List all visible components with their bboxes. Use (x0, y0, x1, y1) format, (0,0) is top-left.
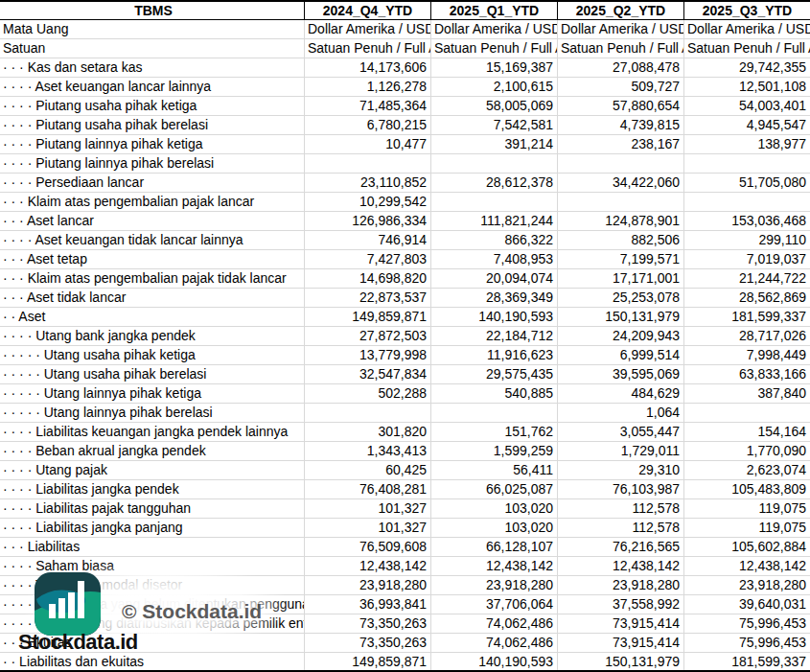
row-label-cell[interactable]: · · · · Liabilitas pajak tangguhan (0, 499, 305, 519)
value-cell[interactable]: 111,821,244 (431, 212, 558, 231)
value-cell[interactable]: 7,427,803 (305, 250, 431, 269)
value-cell[interactable]: 23,918,280 (684, 576, 810, 595)
value-cell[interactable] (305, 154, 431, 174)
value-cell[interactable]: 66,128,107 (431, 538, 558, 557)
value-cell[interactable] (305, 404, 431, 423)
value-cell[interactable]: 56,411 (431, 461, 558, 480)
value-cell[interactable]: 119,075 (684, 499, 810, 519)
value-cell[interactable]: 746,914 (305, 231, 431, 250)
value-cell[interactable]: 28,369,349 (431, 289, 558, 308)
value-cell[interactable] (684, 404, 810, 423)
value-cell[interactable]: 7,019,037 (684, 250, 810, 269)
value-cell[interactable]: 12,501,108 (684, 78, 810, 97)
value-cell[interactable]: 502,288 (305, 384, 431, 404)
value-cell[interactable]: 1,343,413 (305, 442, 431, 461)
value-cell[interactable]: 13,779,998 (305, 346, 431, 365)
value-cell[interactable]: 2,100,615 (431, 78, 558, 97)
row-label-cell[interactable]: · · · · Beban akrual jangka pendek (0, 442, 305, 461)
row-label-cell[interactable]: · · · · Utang pajak (0, 461, 305, 480)
value-cell[interactable]: 14,698,820 (305, 269, 431, 289)
value-cell[interactable]: 58,005,069 (431, 97, 558, 116)
value-cell[interactable]: Satuan Penuh / Full A (305, 39, 431, 58)
value-cell[interactable]: 866,322 (431, 231, 558, 250)
value-cell[interactable]: 37,558,992 (558, 595, 684, 614)
value-cell[interactable]: 76,509,608 (305, 538, 431, 557)
value-cell[interactable]: 73,350,263 (305, 614, 431, 634)
value-cell[interactable]: Satuan Penuh / Full A (431, 39, 558, 58)
value-cell[interactable]: 57,880,654 (558, 97, 684, 116)
value-cell[interactable]: 63,833,166 (684, 365, 810, 384)
value-cell[interactable]: 39,640,031 (684, 595, 810, 614)
value-cell[interactable]: 126,986,334 (305, 212, 431, 231)
value-cell[interactable]: 71,485,364 (305, 97, 431, 116)
value-cell[interactable]: 10,299,542 (305, 193, 431, 212)
value-cell[interactable]: 112,578 (558, 519, 684, 538)
value-cell[interactable] (431, 193, 558, 212)
row-label-cell[interactable]: · · · · Aset keuangan lancar lainnya (0, 78, 305, 97)
value-cell[interactable]: 509,727 (558, 78, 684, 97)
value-cell[interactable]: 34,422,060 (558, 174, 684, 193)
value-cell[interactable]: Satuan Penuh / Full A (684, 39, 810, 58)
value-cell[interactable] (431, 404, 558, 423)
row-label-cell[interactable]: · · · · Piutang usaha pihak ketiga (0, 97, 305, 116)
row-label-cell[interactable]: · · · Klaim atas pengembalian pajak lanc… (0, 193, 305, 212)
value-cell[interactable]: 6,780,215 (305, 116, 431, 135)
value-cell[interactable]: 1,729,011 (558, 442, 684, 461)
value-cell[interactable] (684, 154, 810, 174)
value-cell[interactable]: 154,164 (684, 423, 810, 442)
row-label-cell[interactable]: · · · · Piutang usaha pihak berelasi (0, 116, 305, 135)
value-cell[interactable]: 149,859,871 (305, 653, 431, 672)
value-cell[interactable] (431, 154, 558, 174)
row-label-cell[interactable]: Satuan (0, 39, 305, 58)
value-cell[interactable]: 4,945,547 (684, 116, 810, 135)
value-cell[interactable]: 54,003,401 (684, 97, 810, 116)
value-cell[interactable]: 12,438,142 (558, 557, 684, 576)
value-cell[interactable]: 1,126,278 (305, 78, 431, 97)
value-cell[interactable]: 1,599,259 (431, 442, 558, 461)
value-cell[interactable]: 151,762 (431, 423, 558, 442)
value-cell[interactable]: 12,438,142 (684, 557, 810, 576)
value-cell[interactable]: 66,025,087 (431, 480, 558, 499)
value-cell[interactable]: 3,055,447 (558, 423, 684, 442)
column-header-cell[interactable]: 2024_Q4_YTD (305, 0, 431, 20)
row-label-cell[interactable]: · · Aset (0, 308, 305, 327)
value-cell[interactable]: 150,131,979 (558, 653, 684, 672)
value-cell[interactable]: 17,171,001 (558, 269, 684, 289)
value-cell[interactable]: 21,244,722 (684, 269, 810, 289)
value-cell[interactable]: 10,477 (305, 135, 431, 154)
value-cell[interactable]: 14,173,606 (305, 58, 431, 78)
value-cell[interactable]: 2,623,074 (684, 461, 810, 480)
value-cell[interactable]: 28,562,869 (684, 289, 810, 308)
value-cell[interactable]: 32,547,834 (305, 365, 431, 384)
value-cell[interactable] (558, 154, 684, 174)
value-cell[interactable]: 36,993,841 (305, 595, 431, 614)
row-label-cell[interactable]: · · · · Piutang lainnya pihak berelasi (0, 154, 305, 174)
value-cell[interactable]: 181,599,337 (684, 308, 810, 327)
value-cell[interactable]: 181,599,337 (684, 653, 810, 672)
value-cell[interactable]: 105,602,884 (684, 538, 810, 557)
value-cell[interactable]: 74,062,486 (431, 614, 558, 634)
row-label-cell[interactable]: · · · · · Utang lainnya pihak ketiga (0, 384, 305, 404)
row-label-cell[interactable]: · · · Aset tetap (0, 250, 305, 269)
value-cell[interactable]: 76,103,987 (558, 480, 684, 499)
value-cell[interactable]: 12,438,142 (431, 557, 558, 576)
row-label-cell[interactable]: · · · · Liabilitas jangka pendek (0, 480, 305, 499)
value-cell[interactable]: 28,717,026 (684, 327, 810, 346)
row-label-cell[interactable]: · · · · · Utang lainnya pihak berelasi (0, 404, 305, 423)
value-cell[interactable]: Dollar Amerika / USD (558, 20, 684, 39)
value-cell[interactable]: 882,506 (558, 231, 684, 250)
value-cell[interactable] (684, 193, 810, 212)
value-cell[interactable]: 7,542,581 (431, 116, 558, 135)
value-cell[interactable]: 150,131,979 (558, 308, 684, 327)
value-cell[interactable]: 76,408,281 (305, 480, 431, 499)
row-label-cell[interactable]: · · · · Liabilitas keuangan jangka pende… (0, 423, 305, 442)
row-label-cell[interactable]: · · · Kas dan setara kas (0, 58, 305, 78)
corner-header-cell[interactable]: TBMS (0, 0, 305, 20)
value-cell[interactable]: 51,705,080 (684, 174, 810, 193)
value-cell[interactable]: 12,438,142 (305, 557, 431, 576)
value-cell[interactable]: 29,575,435 (431, 365, 558, 384)
value-cell[interactable]: 11,916,623 (431, 346, 558, 365)
column-header-cell[interactable]: 2025_Q2_YTD (558, 0, 684, 20)
value-cell[interactable] (558, 193, 684, 212)
value-cell[interactable]: 25,253,078 (558, 289, 684, 308)
